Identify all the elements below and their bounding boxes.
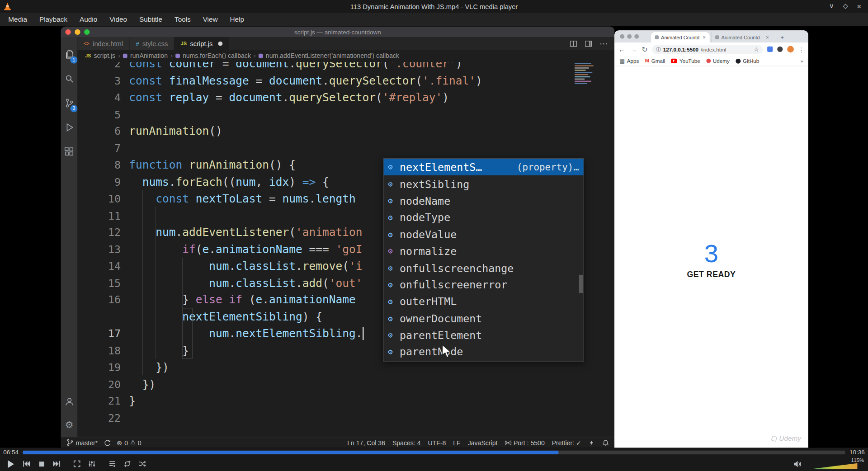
menu-help[interactable]: Help [227, 14, 247, 24]
video-area[interactable]: script.js — animated-countdown 1 3 [0, 26, 868, 447]
suggestion-label: onfullscreenchange [400, 262, 514, 274]
bookmark-star-icon[interactable] [754, 46, 759, 53]
extended-settings-button[interactable] [86, 458, 97, 469]
minimize-button[interactable] [829, 0, 834, 13]
prettier-status[interactable]: Prettier: ✓ [552, 438, 581, 446]
suggestion-item[interactable]: nodeName [384, 192, 584, 209]
problems-indicator[interactable]: 0 0 [117, 438, 142, 446]
stop-button[interactable] [36, 458, 47, 469]
more-actions-icon[interactable] [599, 38, 608, 48]
close-tab-icon[interactable] [703, 34, 706, 40]
menu-playback[interactable]: Playback [37, 14, 70, 24]
suggestion-item[interactable]: parentElement [384, 327, 584, 344]
back-button[interactable] [618, 46, 626, 53]
settings-button[interactable] [61, 417, 78, 432]
run-debug-button[interactable] [61, 117, 78, 137]
menu-media[interactable]: Media [5, 14, 30, 24]
cursor-position[interactable]: Ln 17, Col 36 [347, 439, 385, 446]
close-button[interactable] [857, 0, 861, 13]
language-mode[interactable]: JavaScript [468, 439, 498, 446]
bookmark-youtube[interactable]: YouTube [671, 58, 700, 64]
tab-style-css[interactable]: # style.css [130, 37, 175, 50]
indentation-setting[interactable]: Spaces: 4 [392, 439, 421, 446]
code-text: } [121, 392, 136, 409]
close-tab-icon[interactable] [766, 34, 769, 40]
maximize-button[interactable] [843, 0, 848, 13]
youtube-icon [671, 59, 677, 63]
suggestion-item[interactable]: onfullscreenchange [384, 259, 584, 276]
search-button[interactable] [61, 68, 78, 89]
breadcrumb-separator [170, 52, 173, 59]
forward-button[interactable] [630, 46, 637, 53]
new-tab-button[interactable] [778, 33, 786, 41]
bell-icon[interactable] [602, 439, 609, 446]
bookmark-apps[interactable]: Apps [619, 58, 639, 64]
sync-button[interactable] [104, 439, 111, 446]
breadcrumb-file[interactable]: script.js [94, 52, 115, 59]
explorer-button[interactable]: 1 [61, 44, 78, 65]
suggestion-item[interactable]: nextElementS…(property)… [384, 159, 584, 175]
watermark-label: Udemy [779, 434, 801, 442]
profile-avatar[interactable] [787, 46, 794, 53]
browser-tab-inactive[interactable]: Animated Countd [711, 32, 773, 42]
menu-tools[interactable]: Tools [172, 14, 193, 24]
suggestion-item[interactable]: nodeType [384, 209, 584, 226]
suggestion-item[interactable]: onfullscreenerror [384, 276, 584, 293]
encoding-setting[interactable]: UTF-8 [428, 439, 446, 446]
layout-icon[interactable] [585, 39, 592, 47]
branch-indicator[interactable]: master* [66, 439, 98, 446]
menu-audio[interactable]: Audio [77, 14, 100, 24]
line-number: 5 [77, 106, 121, 122]
menu-subtitle[interactable]: Subtitle [137, 14, 165, 24]
seek-slider[interactable] [23, 450, 846, 454]
loop-button[interactable] [122, 458, 132, 469]
suggestion-item[interactable]: outerHTML [384, 293, 584, 310]
menu-view[interactable]: View [200, 14, 221, 24]
split-editor-icon[interactable] [570, 39, 577, 47]
suggest-scrollbar[interactable] [579, 275, 583, 293]
next-button[interactable] [51, 458, 62, 469]
volume-percentage: 115% [851, 457, 864, 463]
bookmarks-overflow-icon[interactable] [800, 58, 803, 64]
account-button[interactable] [61, 394, 78, 409]
menu-video[interactable]: Video [107, 14, 130, 24]
bolt-icon[interactable] [589, 439, 595, 446]
address-bar[interactable]: 127.0.0.1:5500 /index.html [652, 44, 763, 54]
bookmark-udemy[interactable]: Udemy [706, 58, 730, 64]
mute-button[interactable] [792, 458, 802, 469]
breadcrumb-symbol[interactable]: nums.forEach() callback [183, 52, 251, 59]
source-control-button[interactable]: 3 [61, 92, 78, 113]
play-button[interactable] [4, 458, 17, 469]
playlist-button[interactable] [107, 458, 118, 469]
breadcrumb-symbol[interactable]: num.addEventListener('animationend') cal… [266, 52, 399, 59]
suggestion-item[interactable]: normalize [384, 243, 584, 259]
eol-setting[interactable]: LF [453, 439, 460, 446]
suggestion-item[interactable]: ownerDocument [384, 310, 584, 327]
bookmark-github[interactable]: GitHub [736, 58, 759, 64]
bookmark-gmail[interactable]: M Gmail [645, 58, 665, 64]
gmail-icon: M [645, 58, 649, 63]
volume-slider[interactable]: 115% [809, 457, 864, 470]
browser-tab-active[interactable]: Animated Countd [651, 32, 710, 42]
live-server-port[interactable]: Port : 5500 [505, 439, 544, 446]
reload-button[interactable] [642, 46, 647, 53]
watermark: Udemy [772, 434, 801, 442]
tab-script-js[interactable]: JS script.js [175, 37, 229, 50]
code-editor[interactable]: 2const counter = document.querySelector(… [77, 62, 614, 437]
suggestion-item[interactable]: parentNode [384, 344, 584, 360]
breadcrumb-symbol[interactable]: runAnimation [130, 52, 168, 59]
suggestion-item[interactable]: nodeValue [384, 226, 584, 243]
property-icon [388, 348, 400, 357]
minimap[interactable] [575, 63, 597, 88]
extensions-button[interactable] [61, 141, 78, 162]
shuffle-button[interactable] [137, 458, 147, 469]
extension-icon[interactable] [777, 47, 783, 52]
site-info-icon[interactable] [656, 46, 661, 53]
fullscreen-button[interactable] [71, 458, 82, 469]
suggestion-item[interactable]: nextSibling [384, 175, 584, 192]
previous-button[interactable] [21, 458, 32, 469]
vlc-window: 113 Dynamic Animation With JS.mp4 - VLC … [0, 0, 868, 471]
extension-icon[interactable] [767, 47, 773, 52]
chrome-menu-icon[interactable] [798, 44, 804, 54]
tab-index-html[interactable]: <> index.html [77, 37, 129, 50]
